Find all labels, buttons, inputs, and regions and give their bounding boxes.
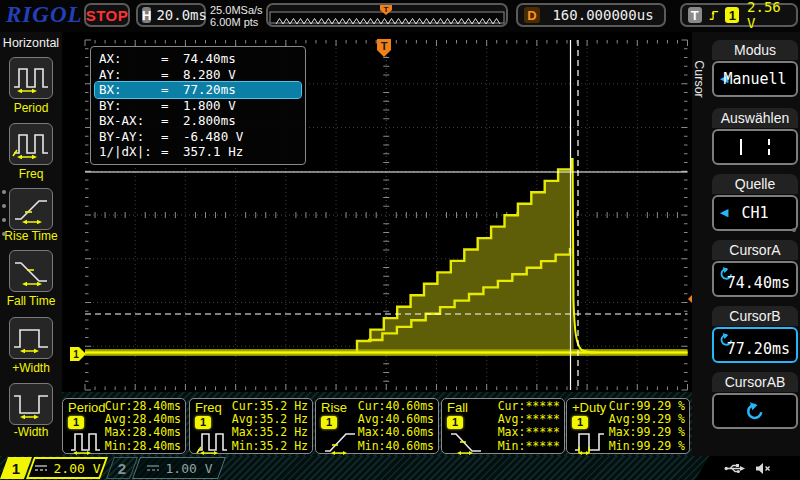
menu-button-modus[interactable]: ◀ Manuell <box>712 61 798 97</box>
stat-key: Min: <box>105 439 133 453</box>
equals-sign: = <box>161 67 183 82</box>
menu-button-cursora[interactable]: 74.40ms <box>712 261 798 297</box>
speaker-muted-icon <box>756 462 771 475</box>
svg-text:T: T <box>384 5 389 14</box>
menu-button-auswaehlen[interactable] <box>712 129 798 165</box>
oscilloscope-screen: RIGOL STOP H 20.0ms 25.0MSa/s 6.00M pts … <box>0 0 800 480</box>
duty-meas-icon <box>573 429 613 455</box>
panel-stats: Cur:40.60ms Avg:40.60ms Max:40.60ms Min:… <box>358 400 434 453</box>
menu-tab-cursor: Cursor <box>692 48 706 110</box>
fall-meas-icon <box>448 429 488 455</box>
cursor-select-icons <box>714 131 796 163</box>
minus-width-icon <box>11 389 51 419</box>
trigger-chip: T <box>688 7 702 23</box>
cursor-row-freq: 1/|dX|: = 357.1 Hz <box>95 144 301 160</box>
panel-name: +Duty <box>572 400 606 415</box>
meas-panel-duty[interactable]: +Duty 1 Cur:99.29 % Avg:99.29 % Max:99.2… <box>566 398 690 454</box>
cursor-a-line-icon <box>740 139 742 155</box>
cursor-row-bxax: BX-AX: = 2.800ms <box>95 113 301 129</box>
stat-key: Max: <box>609 425 637 439</box>
cursor-row-value: 77.20ms <box>183 82 236 97</box>
cursor-row-value: 2.800ms <box>183 113 236 128</box>
fall-time-icon <box>11 256 51 286</box>
channel-badge: 1 <box>321 416 337 429</box>
run-state-indicator: STOP <box>84 3 130 27</box>
menu-page-dot <box>2 190 6 194</box>
stat-key: Min: <box>232 439 260 453</box>
measure-button-freq[interactable] <box>9 123 53 165</box>
ch2-scale-box[interactable]: 1.00 V <box>132 457 226 479</box>
measure-label-nwidth: -Width <box>0 425 62 439</box>
measure-button-period[interactable] <box>9 57 53 99</box>
stat-value: 40.60ms <box>386 425 434 439</box>
stat-key: Max: <box>232 425 260 439</box>
memory-preview-waveform: T <box>268 5 506 25</box>
channel-badge: 1 <box>68 416 84 429</box>
menu-button-cursorab[interactable] <box>712 393 798 429</box>
menu-button-cursorb-selected[interactable]: 77.20ms <box>712 327 798 363</box>
trigger-source-chip: 1 <box>725 7 739 23</box>
delay-box[interactable]: D 160.000000us <box>516 3 666 27</box>
equals-sign: = <box>161 98 183 113</box>
memory-preview-bar[interactable]: T <box>266 3 508 27</box>
measure-button-pwidth[interactable] <box>9 317 53 359</box>
ch1-scale-box[interactable]: 2.00 V <box>26 457 108 479</box>
cursor-b-line-icon <box>768 139 770 155</box>
h-scale-value: 20.0ms <box>156 7 207 23</box>
stat-value: ***** <box>525 412 560 426</box>
ch1-volts: 2.00 V <box>54 461 101 476</box>
stat-value: 35.2 Hz <box>260 412 308 426</box>
rise-meas-icon <box>322 429 362 455</box>
rigol-logo: RIGOL <box>6 2 83 28</box>
cursora-value: 74.40ms <box>714 263 796 295</box>
ch2-volts: 1.00 V <box>166 461 213 476</box>
stat-key: Cur: <box>498 399 526 413</box>
meas-panel-rise[interactable]: Rise 1 Cur:40.60ms Avg:40.60ms Max:40.60… <box>315 398 439 454</box>
channel-badge: 1 <box>572 416 588 429</box>
trigger-box[interactable]: T 1 2.56 V <box>680 3 798 27</box>
stat-key: Min: <box>358 439 386 453</box>
panel-name: Fall <box>447 400 468 415</box>
cursor-row-ay: AY: = 8.280 V <box>95 67 301 83</box>
menu-label-modus: Modus <box>712 40 798 60</box>
cursor-row-value: 8.280 V <box>183 67 236 82</box>
cursor-row-label: BX: <box>99 82 161 97</box>
measurement-strip: Period 1 Cur:28.40ms Avg:28.40ms Max:28.… <box>62 392 692 456</box>
right-soft-menu: Cursor Modus ◀ Manuell Auswählen Quelle … <box>692 32 800 456</box>
measure-button-rise-time[interactable] <box>9 188 53 230</box>
stat-key: Min: <box>498 439 526 453</box>
modus-value: Manuell <box>714 63 796 95</box>
cursorb-value: 77.20ms <box>714 329 796 361</box>
menu-page-dot <box>2 218 6 222</box>
meas-panel-freq[interactable]: Freq 1 Cur:35.2 Hz Avg:35.2 Hz Max:35.2 … <box>189 398 313 454</box>
rotate-knob-icon <box>745 401 765 421</box>
period-icon <box>11 63 51 93</box>
meas-panel-period[interactable]: Period 1 Cur:28.40ms Avg:28.40ms Max:28.… <box>62 398 186 454</box>
cursor-row-label: AY: <box>99 67 161 82</box>
period-meas-icon <box>69 429 109 455</box>
cursor-row-label: BX-AX: <box>99 113 161 128</box>
cursor-row-bx-selected: BX: = 77.20ms <box>95 82 301 98</box>
menu-label-cursora: CursorA <box>712 240 798 260</box>
left-menu-title: Horizontal <box>0 36 62 50</box>
stat-key: Min: <box>609 439 637 453</box>
freq-meas-icon <box>196 429 236 455</box>
equals-sign: = <box>161 113 183 128</box>
stat-key: Cur: <box>105 399 133 413</box>
menu-button-quelle[interactable]: ◀ CH1 <box>712 195 798 231</box>
stat-value: 28.40ms <box>133 412 181 426</box>
measure-button-nwidth[interactable] <box>9 383 53 425</box>
delay-value: 160.000000us <box>548 7 658 23</box>
delay-chip: D <box>524 7 540 23</box>
cursor-row-label: BY: <box>99 98 161 113</box>
cursor-row-value: 74.40ms <box>183 51 236 66</box>
horizontal-scale-box[interactable]: H 20.0ms <box>136 3 206 27</box>
cursor-row-value: 357.1 Hz <box>183 144 243 159</box>
stat-value: 99.29 % <box>637 425 685 439</box>
left-measure-menu: Horizontal Period Freq <box>0 32 62 456</box>
menu-page-dot <box>792 228 796 232</box>
stat-key: Max: <box>105 425 133 439</box>
top-status-bar: RIGOL STOP H 20.0ms 25.0MSa/s 6.00M pts … <box>0 0 800 32</box>
meas-panel-fall[interactable]: Fall 1 Cur:***** Avg:***** Max:***** Min… <box>441 398 565 454</box>
measure-button-fall-time[interactable] <box>9 250 53 292</box>
